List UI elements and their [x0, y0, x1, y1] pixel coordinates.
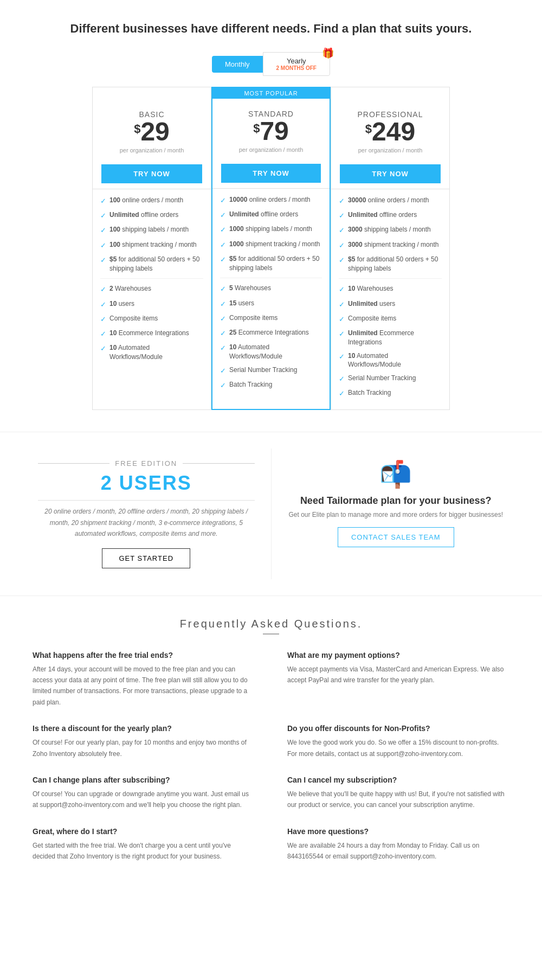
plan-professional-header: PROFESSIONAL $249 per organization / mon…: [331, 99, 449, 159]
check-icon: ✓: [339, 352, 345, 362]
page-header: Different businesses have different need…: [0, 0, 542, 47]
feature-item: ✓10 Ecommerce Integrations: [100, 329, 203, 339]
tailormade-desc: Get our Elite plan to manage more and mo…: [288, 511, 505, 518]
feature-item: ✓Batch Tracking: [220, 380, 322, 390]
plan-standard-cta: TRY NOW: [212, 158, 330, 188]
feature-item: ✓$5 for additional 50 orders + 50 shippi…: [100, 255, 203, 273]
plan-standard-features: ✓10000 online orders / month ✓Unlimited …: [212, 188, 330, 401]
feature-item: ✓3000 shipment tracking / month: [339, 240, 442, 251]
feature-item: ✓15 users: [220, 299, 322, 309]
faq-item-2: What are my payment options? We accept p…: [287, 651, 509, 708]
plan-basic: BASIC $29 per organization / month TRY N…: [92, 87, 211, 410]
faq-divider: [263, 633, 279, 635]
faq-item-3: Is there a discount for the yearly plan?…: [33, 724, 255, 759]
check-icon: ✓: [220, 343, 226, 353]
standard-try-now-button[interactable]: TRY NOW: [221, 164, 321, 183]
faq-question-7: Great, where do I start?: [33, 827, 255, 836]
faq-section: Frequently Asked Questions. What happens…: [0, 595, 542, 884]
plan-professional-cta: TRY NOW: [331, 159, 449, 189]
plan-basic-price: $29: [98, 119, 205, 145]
feature-divider: [100, 278, 203, 279]
plan-basic-features: ✓100 online orders / month ✓Unlimited of…: [93, 189, 211, 373]
check-icon: ✓: [220, 314, 226, 324]
professional-try-now-button[interactable]: TRY NOW: [340, 164, 441, 183]
billing-toggle: Monthly Yearly 2 MONTHS OFF 🎁: [0, 52, 542, 76]
check-icon: ✓: [339, 211, 345, 221]
mailbox-icon: 📬: [288, 459, 505, 490]
tailormade-title: Need Tailormade plan for your business?: [288, 495, 505, 507]
plan-basic-cta: TRY NOW: [93, 159, 211, 189]
check-icon: ✓: [100, 226, 106, 235]
basic-try-now-button[interactable]: TRY NOW: [101, 164, 202, 183]
faq-item-8: Have more questions? We are available 24…: [287, 827, 509, 862]
feature-item: ✓Unlimited Ecommerce Integrations: [339, 329, 442, 347]
feature-item: ✓2 Warehouses: [100, 284, 203, 294]
feature-item: ✓Composite items: [339, 314, 442, 324]
most-popular-label: MOST POPULAR: [212, 88, 330, 99]
faq-question-4: Do you offer discounts for Non-Profits?: [287, 724, 509, 733]
plan-professional: PROFESSIONAL $249 per organization / mon…: [331, 87, 450, 410]
feature-item: ✓Serial Number Tracking: [220, 366, 322, 376]
free-users: 2 USERS: [38, 472, 255, 495]
yearly-toggle[interactable]: Yearly 2 MONTHS OFF 🎁: [263, 52, 330, 76]
feature-item: ✓3000 shipping labels / month: [339, 225, 442, 235]
feature-item: ✓30000 online orders / month: [339, 196, 442, 206]
feature-item: ✓Unlimited users: [339, 299, 442, 310]
feature-item: ✓Batch Tracking: [339, 388, 442, 399]
feature-item: ✓100 online orders / month: [100, 196, 203, 206]
check-icon: ✓: [100, 255, 106, 265]
check-icon: ✓: [339, 329, 345, 339]
check-icon: ✓: [220, 240, 226, 250]
feature-item: ✓$5 for additional 50 orders + 50 shippi…: [220, 254, 322, 273]
faq-item-1: What happens after the free trial ends? …: [33, 651, 255, 708]
faq-title: Frequently Asked Questions.: [33, 618, 509, 630]
feature-item: ✓Unlimited offline orders: [220, 210, 322, 220]
plan-standard-period: per organization / month: [218, 146, 324, 153]
check-icon: ✓: [339, 389, 345, 399]
free-label-line-right: [183, 463, 254, 464]
faq-grid: What happens after the free trial ends? …: [33, 651, 509, 862]
yearly-badge: 2 MONTHS OFF: [276, 65, 317, 71]
plan-basic-period: per organization / month: [98, 147, 205, 153]
faq-question-2: What are my payment options?: [287, 651, 509, 659]
contact-sales-button[interactable]: CONTACT SALES TEAM: [338, 527, 454, 547]
check-icon: ✓: [339, 226, 345, 235]
plan-basic-header: BASIC $29 per organization / month: [93, 99, 211, 159]
check-icon: ✓: [220, 255, 226, 265]
faq-item-5: Can I change plans after subscribing? Of…: [33, 776, 255, 811]
check-icon: ✓: [220, 210, 226, 220]
faq-question-6: Can I cancel my subscription?: [287, 776, 509, 784]
check-icon: ✓: [339, 241, 345, 251]
feature-item: ✓10 Automated Workflows/Module: [220, 343, 322, 361]
free-edition-text: FREE EDITION: [115, 459, 177, 467]
feature-item: ✓100 shipping labels / month: [100, 225, 203, 235]
plan-standard: MOST POPULAR STANDARD $79 per organizati…: [211, 87, 331, 410]
check-icon: ✓: [100, 315, 106, 324]
check-icon: ✓: [339, 300, 345, 310]
feature-item: ✓100 shipment tracking / month: [100, 240, 203, 251]
get-started-button[interactable]: GET STARTED: [102, 548, 190, 568]
faq-answer-4: We love the good work you do. So we offe…: [287, 737, 509, 759]
faq-answer-6: We believe that you'll be quite happy wi…: [287, 789, 509, 811]
check-icon: ✓: [339, 285, 345, 294]
feature-item: ✓10 Automated Workflows/Module: [339, 351, 442, 370]
faq-answer-8: We are available 24 hours a day from Mon…: [287, 840, 509, 862]
lower-section: FREE EDITION 2 USERS 20 online orders / …: [0, 432, 542, 595]
feature-item: ✓Serial Number Tracking: [339, 374, 442, 384]
check-icon: ✓: [220, 329, 226, 338]
faq-question-3: Is there a discount for the yearly plan?: [33, 724, 255, 733]
feature-item: ✓Unlimited offline orders: [339, 210, 442, 221]
tailormade-section: 📬 Need Tailormade plan for your business…: [272, 449, 521, 579]
feature-item: ✓Composite items: [100, 314, 203, 324]
free-edition: FREE EDITION 2 USERS 20 online orders / …: [22, 449, 272, 579]
faq-question-5: Can I change plans after subscribing?: [33, 776, 255, 784]
feature-item: ✓10 Warehouses: [339, 284, 442, 294]
check-icon: ✓: [100, 329, 106, 339]
check-icon: ✓: [100, 344, 106, 354]
feature-item: ✓10 Automated Workflows/Module: [100, 343, 203, 362]
feature-divider: [220, 278, 322, 278]
feature-item: ✓1000 shipping labels / month: [220, 225, 322, 235]
feature-item: ✓Composite items: [220, 313, 322, 324]
faq-answer-7: Get started with the free trial. We don'…: [33, 840, 255, 862]
monthly-toggle[interactable]: Monthly: [212, 56, 263, 73]
